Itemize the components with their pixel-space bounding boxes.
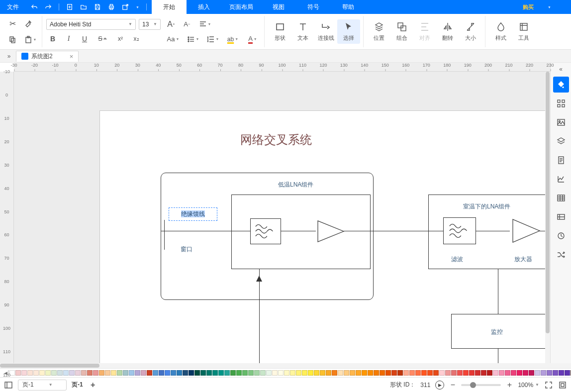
color-swatch[interactable] — [403, 370, 409, 376]
tab-home[interactable]: 开始 — [152, 0, 187, 14]
zoom-out-button[interactable]: − — [449, 381, 456, 390]
color-swatch[interactable] — [362, 370, 367, 376]
format-painter-icon[interactable] — [22, 18, 35, 30]
color-swatch[interactable] — [290, 370, 295, 376]
color-swatch[interactable] — [218, 370, 224, 376]
color-swatch[interactable] — [475, 370, 480, 376]
history-panel-icon[interactable] — [553, 228, 569, 244]
color-swatch[interactable] — [535, 370, 540, 376]
undo-icon[interactable] — [31, 3, 38, 10]
color-swatch[interactable] — [493, 370, 498, 376]
grow-font-button[interactable]: A+ — [165, 18, 178, 30]
shrink-font-button[interactable]: A− — [181, 18, 193, 30]
color-swatch[interactable] — [517, 370, 522, 376]
color-swatch[interactable] — [230, 370, 236, 376]
color-swatch[interactable] — [433, 370, 439, 376]
color-swatch[interactable] — [27, 370, 33, 376]
color-swatch[interactable] — [499, 370, 504, 376]
color-swatch[interactable] — [69, 370, 75, 376]
document-tab[interactable]: 系统图2 × — [16, 51, 79, 62]
tab-view[interactable]: 视图 — [261, 0, 296, 14]
color-swatch[interactable] — [439, 370, 445, 376]
group-button[interactable]: 组合 — [390, 19, 413, 44]
color-swatch[interactable] — [505, 370, 510, 376]
color-swatch[interactable] — [284, 370, 289, 376]
amp-block-1[interactable] — [316, 219, 347, 244]
color-swatch[interactable] — [553, 370, 558, 376]
image-panel-icon[interactable] — [553, 114, 569, 130]
fullscreen-icon[interactable] — [558, 381, 567, 390]
color-swatch[interactable] — [272, 370, 278, 376]
tool-button[interactable]: 工具 — [512, 19, 535, 44]
open-icon[interactable] — [80, 3, 87, 10]
filter-block-1[interactable] — [250, 218, 281, 244]
print-icon[interactable] — [108, 3, 115, 10]
color-swatch[interactable] — [248, 370, 254, 376]
select-tool[interactable]: 选择 — [337, 19, 360, 44]
save-icon[interactable] — [94, 3, 101, 10]
filter-block-2[interactable] — [443, 217, 476, 244]
color-swatch[interactable] — [159, 370, 164, 376]
color-swatch[interactable] — [302, 370, 307, 376]
color-swatch[interactable] — [547, 370, 552, 376]
add-page-button[interactable]: + — [88, 380, 98, 390]
tabs-overflow-icon[interactable]: » — [2, 53, 16, 60]
zoom-slider[interactable] — [461, 384, 501, 386]
color-swatch[interactable] — [63, 370, 69, 376]
canvas[interactable]: 网络交叉系统 低温LNA组件 绝缘馈线 窗口 — [14, 72, 550, 363]
color-swatch[interactable] — [93, 370, 98, 376]
color-swatch[interactable] — [206, 370, 212, 376]
linespacing-button[interactable]: ▼ — [204, 33, 221, 45]
position-button[interactable]: 位置 — [368, 19, 390, 44]
color-swatch[interactable] — [374, 370, 379, 376]
copy-icon[interactable] — [6, 34, 19, 46]
color-swatch[interactable] — [397, 370, 403, 376]
color-swatch[interactable] — [117, 370, 122, 376]
color-swatch[interactable] — [75, 370, 81, 376]
color-swatch[interactable] — [481, 370, 486, 376]
color-swatch[interactable] — [314, 370, 319, 376]
color-swatch[interactable] — [529, 370, 534, 376]
page-layout-icon[interactable] — [4, 381, 13, 390]
caret-down-icon[interactable]: ▼ — [136, 5, 139, 9]
color-swatch[interactable] — [39, 370, 45, 376]
color-swatch[interactable] — [332, 370, 337, 376]
style-button[interactable]: 样式 — [489, 19, 512, 44]
color-swatch[interactable] — [212, 370, 218, 376]
color-swatch[interactable] — [541, 370, 546, 376]
buy-link[interactable]: 购买 — [523, 3, 534, 11]
selected-text-box[interactable]: 绝缘馈线 — [169, 207, 217, 221]
color-swatch[interactable] — [565, 370, 570, 376]
color-swatch[interactable] — [123, 370, 128, 376]
color-swatch[interactable] — [391, 370, 397, 376]
table-panel-icon[interactable] — [553, 190, 569, 206]
caret-down-icon[interactable]: ▼ — [548, 5, 551, 9]
color-swatch[interactable] — [81, 370, 87, 376]
subscript-button[interactable]: x₂ — [130, 33, 143, 45]
color-swatch[interactable] — [45, 370, 51, 376]
color-swatch[interactable] — [105, 370, 110, 376]
random-panel-icon[interactable] — [553, 247, 569, 263]
color-swatch[interactable] — [350, 370, 355, 376]
redo-icon[interactable] — [45, 3, 52, 10]
zoom-in-button[interactable]: + — [506, 381, 513, 390]
color-swatch[interactable] — [111, 370, 116, 376]
color-swatch[interactable] — [194, 370, 200, 376]
font-size-select[interactable]: 13 ▼ — [139, 19, 161, 30]
color-swatch[interactable] — [409, 370, 415, 376]
shapes-panel-icon[interactable] — [553, 96, 569, 111]
align-dropdown[interactable]: ▼ — [196, 18, 213, 30]
color-swatch[interactable] — [278, 370, 284, 376]
color-swatch[interactable] — [15, 370, 21, 376]
color-swatch[interactable] — [147, 370, 152, 376]
align-panel-icon[interactable] — [553, 209, 569, 225]
color-swatch[interactable] — [487, 370, 492, 376]
page-panel-icon[interactable] — [553, 152, 569, 168]
color-swatch[interactable] — [99, 370, 104, 376]
color-swatch[interactable] — [21, 370, 27, 376]
close-tab-icon[interactable]: × — [70, 53, 74, 60]
color-swatch[interactable] — [87, 370, 93, 376]
play-button[interactable]: ▶ — [435, 381, 444, 390]
color-swatch[interactable] — [33, 370, 39, 376]
color-swatch[interactable] — [380, 370, 385, 376]
